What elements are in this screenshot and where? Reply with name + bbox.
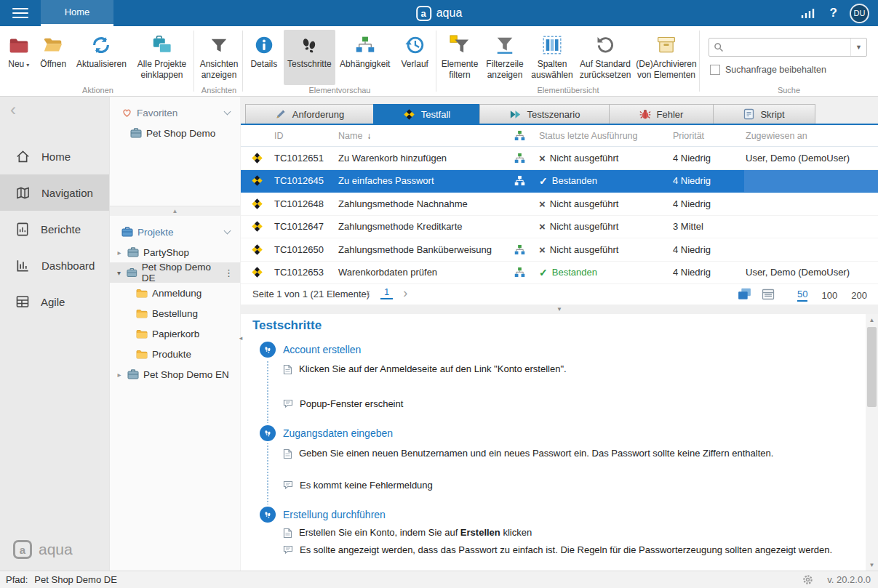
teststeps-scrollbar[interactable]: ▲ ▼ — [866, 314, 878, 571]
scrollbar-thumb[interactable] — [867, 327, 877, 407]
alle-projekte-einklappen-button[interactable]: Alle Projekte einklappen — [131, 30, 193, 85]
column-header-name[interactable]: Name↓ — [337, 125, 504, 146]
step-title[interactable]: Erstellung durchführen — [283, 509, 386, 520]
passed-check-icon: ✓ — [539, 267, 548, 278]
info-icon — [253, 33, 275, 57]
help-icon[interactable]: ? — [830, 6, 837, 20]
table-row[interactable]: TC1012647 Zahlungsmethode Kreditkarte ×N… — [241, 216, 878, 239]
favorites-collapse-handle[interactable]: ▲ — [110, 206, 240, 216]
projects-section-header[interactable]: Projekte — [110, 222, 240, 242]
cell-zugewiesen — [744, 193, 878, 215]
user-avatar[interactable]: DU — [850, 4, 869, 23]
tree-splitter-handle[interactable]: ◂ — [237, 327, 244, 349]
step-title[interactable]: Account erstellen — [283, 344, 361, 355]
tree-folder-anmeldung[interactable]: Anmeldung — [110, 283, 240, 303]
project-tree-panel: Favoriten Pet Shop Demo ▲ Projekte ▸ Par… — [109, 97, 240, 571]
tree-item-pet-shop-demo-en[interactable]: ▸ Pet Shop Demo EN — [110, 364, 240, 384]
column-header-id[interactable]: ID — [273, 125, 337, 146]
sidebar-item-berichte[interactable]: Berichte — [0, 211, 109, 247]
sidebar-item-agile[interactable]: Agile — [0, 283, 109, 320]
page-size-50[interactable]: 50 — [797, 289, 807, 302]
grid-icon — [15, 294, 30, 309]
testschritte-button[interactable]: Testschritte — [284, 30, 335, 85]
table-row[interactable]: TC1012648 Zahlungsmethode Nachnahme ×Nic… — [241, 193, 878, 216]
details-button[interactable]: Details — [244, 30, 284, 85]
expand-arrow-icon[interactable]: ▸ — [116, 371, 123, 379]
sidebar-collapse-button[interactable]: ‹ — [10, 101, 16, 118]
chevron-down-icon — [224, 227, 231, 235]
tree-folder-produkte[interactable]: Produkte — [110, 344, 240, 364]
tab-anforderung[interactable]: Anforderung — [245, 104, 374, 124]
column-header-status[interactable]: Status letzte Ausführung — [535, 125, 664, 146]
dropdown-caret-icon: ▾ — [26, 62, 29, 68]
sidebar-item-home[interactable]: Home — [0, 138, 109, 174]
panel-collapse-handle[interactable]: ▼ — [241, 305, 878, 314]
report-icon — [15, 222, 30, 237]
cell-zugewiesen: User, Demo (DemoUser) — [744, 147, 878, 169]
ribbon-group-suche: ▼ Suchanfrage beibehalten Suche — [700, 26, 878, 96]
de-archivieren-button[interactable]: (De)Archivieren von Elementen — [634, 30, 698, 85]
cell-id: TC1012650 — [273, 238, 337, 261]
current-page-number[interactable]: 1 — [380, 286, 393, 299]
tab-home[interactable]: Home — [41, 0, 113, 26]
settings-gear-icon[interactable] — [802, 573, 814, 586]
filterzeile-anzeigen-button[interactable]: Filterzeile anzeigen — [482, 30, 528, 85]
main-sidebar: ‹ Home Navigation Berichte Dashboard Agi… — [0, 97, 109, 571]
tab-fehler[interactable]: Fehler — [609, 104, 714, 124]
requirement-pen-icon — [275, 108, 287, 120]
keep-query-checkbox[interactable] — [710, 65, 720, 75]
search-dropdown-caret[interactable]: ▼ — [850, 39, 866, 56]
card-view-icon[interactable] — [762, 289, 775, 300]
collapse-arrow-icon[interactable]: ▾ — [116, 269, 122, 277]
next-page-button[interactable]: › — [403, 286, 407, 299]
prev-page-button[interactable]: ‹ — [366, 286, 370, 299]
search-input[interactable] — [724, 39, 850, 56]
bar-chart-icon — [15, 258, 31, 273]
hamburger-menu-button[interactable] — [0, 0, 41, 26]
table-row[interactable]: TC1012651 Zu Warenkorb hinzufügen ×Nicht… — [241, 147, 878, 170]
scroll-up-arrow[interactable]: ▲ — [866, 314, 878, 326]
step-number-icon — [260, 507, 276, 523]
verlauf-button[interactable]: Verlauf — [394, 30, 435, 85]
page-size-100[interactable]: 100 — [821, 290, 837, 301]
table-row[interactable]: TC1012653 Warenkorbdaten prüfen ✓Bestand… — [241, 262, 878, 285]
search-icon — [714, 42, 724, 52]
cell-prioritaet: 4 Niedrig — [664, 170, 744, 193]
sidebar-item-navigation[interactable]: Navigation — [0, 174, 109, 211]
step-expected-result: Es sollte angezeigt werden, dass das Pas… — [283, 544, 854, 555]
stack-view-icon[interactable] — [737, 287, 752, 301]
elemente-filtern-button[interactable]: Elemente filtern — [438, 30, 482, 85]
kebab-menu-icon[interactable]: ⋮ — [224, 267, 234, 278]
aktualisieren-button[interactable]: Aktualisieren — [72, 30, 131, 85]
oeffnen-button[interactable]: Öffnen — [35, 30, 72, 85]
folder-icon — [136, 350, 148, 359]
auf-standard-zuruecksetzen-button[interactable]: Auf Standard zurücksetzen — [576, 30, 634, 85]
column-header-zugewiesen[interactable]: Zugewiesen an — [744, 125, 878, 146]
tree-item-pet-shop-demo-de[interactable]: ▾ Pet Shop Demo DE ⋮ — [110, 262, 240, 283]
tree-folder-bestellung[interactable]: Bestellung — [110, 303, 240, 323]
column-header-prioritaet[interactable]: Priorität — [664, 125, 744, 146]
tab-skript[interactable]: Skript — [713, 104, 815, 124]
table-row-selected[interactable]: TC1012645 Zu einfaches Passwort ✓Bestand… — [241, 170, 878, 193]
expand-arrow-icon[interactable]: ▸ — [116, 249, 123, 257]
tab-testfall[interactable]: Testfall — [373, 104, 480, 124]
tab-testszenario[interactable]: Testszenario — [479, 104, 610, 124]
column-header-hierarchy[interactable] — [504, 125, 535, 146]
step-description: Klicken Sie auf der Anmeldeseite auf den… — [283, 363, 854, 375]
sidebar-item-dashboard[interactable]: Dashboard — [0, 247, 109, 283]
neu-button[interactable]: Neu▾ — [3, 30, 35, 85]
favorite-item-pet-shop-demo[interactable]: Pet Shop Demo — [110, 123, 240, 143]
cell-status: ×Nicht ausgeführt — [535, 147, 664, 169]
abhaengigkeit-button[interactable]: Abhängigkeit — [335, 30, 394, 85]
tree-item-partyshop[interactable]: ▸ PartyShop — [110, 242, 240, 262]
spalten-auswaehlen-button[interactable]: Spalten auswählen — [528, 30, 576, 85]
tree-folder-papierkorb[interactable]: Papierkorb — [110, 323, 240, 344]
connection-icon[interactable] — [800, 7, 818, 20]
favorites-section-header[interactable]: Favoriten — [110, 102, 240, 123]
scroll-down-arrow[interactable]: ▼ — [866, 559, 878, 571]
table-row[interactable]: TC1012650 Zahlungsmethode Banküberweisun… — [241, 238, 878, 262]
hierarchy-icon — [514, 244, 525, 255]
step-title[interactable]: Zugangsdaten eingeben — [283, 427, 393, 439]
ansichten-anzeigen-button[interactable]: Ansichten anzeigen — [196, 30, 242, 85]
page-size-200[interactable]: 200 — [851, 290, 867, 301]
